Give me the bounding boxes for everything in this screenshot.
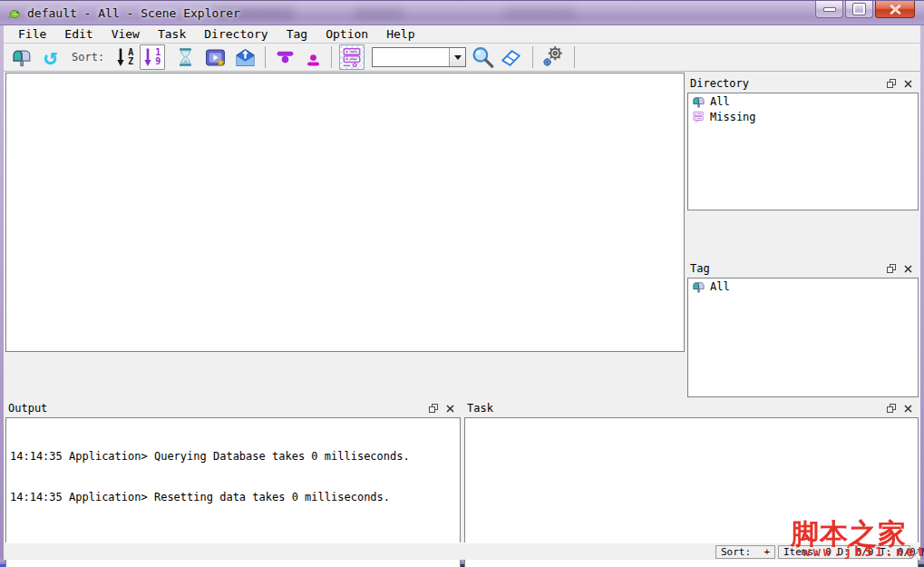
directory-item-all[interactable]: All: [688, 93, 918, 109]
minimize-icon: [823, 7, 836, 12]
task-panel-title: Task: [464, 402, 884, 415]
status-sort-box: Sort: +: [715, 545, 775, 559]
toolbar-separator: [331, 46, 332, 68]
search-icon[interactable]: [471, 45, 495, 70]
video-star-icon[interactable]: [205, 47, 226, 68]
directory-item-label: All: [710, 95, 730, 108]
close-panel-button[interactable]: [901, 262, 915, 275]
sort-19-button[interactable]: 1 9: [140, 44, 165, 70]
window-title: default - All - Scene Explorer: [27, 6, 240, 20]
log-line: 14:14:35 Application> Resetting data tak…: [10, 491, 456, 504]
watermark-url: www.jb51.net: [802, 544, 924, 559]
main-list-view[interactable]: [5, 73, 685, 352]
directory-panel-header: Directory: [687, 74, 919, 93]
tag-panel-list: All: [687, 278, 919, 397]
directory-panel-title: Directory: [687, 77, 884, 90]
batch-settings-icon: [341, 46, 363, 68]
mailbox-icon: [692, 95, 705, 108]
sort-label: Sort:: [72, 51, 104, 64]
scene-explorer-window: default - All - Scene Explorer: [0, 0, 924, 567]
app-icon: [7, 6, 22, 21]
chevron-down-icon: [454, 55, 462, 60]
close-button[interactable]: [875, 1, 915, 18]
title-bar[interactable]: default - All - Scene Explorer: [0, 0, 924, 25]
menu-tag[interactable]: Tag: [277, 27, 316, 41]
sort-19-digit-bottom: 9: [155, 57, 160, 66]
log-line: 14:14:35 Application> Querying Database …: [10, 450, 456, 464]
mailbox-icon[interactable]: [11, 47, 33, 67]
close-panel-button[interactable]: [901, 77, 915, 90]
toolbar: ↺ Sort: A Z 1: [4, 44, 920, 72]
filter-combobox[interactable]: [372, 47, 466, 67]
menu-edit[interactable]: Edit: [55, 27, 102, 41]
status-bar: Sort: + Items: 0 D: 0/0 T: 0/0 M: 0/0: [4, 543, 920, 560]
window-border-right: [920, 25, 924, 564]
close-panel-button[interactable]: [901, 402, 915, 415]
sort-az-letter-bottom: Z: [128, 57, 133, 66]
combo-dropdown-button[interactable]: [449, 48, 465, 66]
menu-task[interactable]: Task: [149, 27, 195, 41]
sort-az-icon[interactable]: A Z: [117, 47, 133, 67]
menu-bar: File Edit View Task Directory Tag Option…: [4, 25, 920, 44]
status-sort-label: Sort:: [721, 546, 751, 558]
pin-top-icon[interactable]: [275, 49, 296, 65]
toolbar-separator: [265, 46, 266, 68]
status-sort-value: +: [764, 546, 770, 558]
float-panel-button[interactable]: [884, 262, 898, 275]
tag-panel-header: Tag: [687, 259, 919, 278]
hourglass-icon[interactable]: [178, 47, 193, 67]
settings-gears-icon[interactable]: [540, 44, 565, 70]
output-panel-header: Output: [5, 399, 461, 417]
mailbox-icon: [692, 280, 705, 293]
maximize-icon: [853, 4, 865, 15]
float-panel-button[interactable]: [884, 402, 898, 415]
close-icon: [890, 5, 901, 15]
maximize-button[interactable]: [845, 1, 873, 18]
output-panel-title: Output: [5, 402, 426, 415]
menu-file[interactable]: File: [9, 27, 55, 41]
titlebar-glass-artifact: [354, 7, 404, 19]
eraser-icon[interactable]: [499, 45, 523, 70]
batch-settings-button[interactable]: [339, 44, 365, 70]
close-icon: [903, 79, 913, 89]
toolbar-separator: [532, 46, 533, 68]
filter-combobox-value: [373, 48, 449, 66]
menu-view[interactable]: View: [102, 27, 149, 41]
close-icon: [903, 264, 913, 274]
titlebar-glass-artifact: [503, 7, 576, 19]
minimize-button[interactable]: [815, 1, 843, 18]
directory-panel-list: All: [687, 93, 919, 210]
server-missing-icon: [692, 111, 705, 123]
menu-option[interactable]: Option: [316, 27, 377, 41]
directory-item-missing[interactable]: Missing: [688, 109, 918, 124]
tag-item-all[interactable]: All: [688, 279, 918, 294]
tag-panel-title: Tag: [687, 262, 884, 275]
pin-bottom-icon[interactable]: [305, 54, 322, 67]
directory-item-label: Missing: [710, 111, 756, 123]
menu-directory[interactable]: Directory: [195, 27, 277, 41]
close-panel-button[interactable]: [443, 402, 457, 415]
refresh-icon[interactable]: ↺: [44, 47, 57, 67]
client-area: Directory: [4, 72, 920, 543]
task-panel-header: Task: [464, 399, 919, 417]
tag-item-label: All: [710, 280, 730, 293]
float-panel-button[interactable]: [884, 77, 898, 90]
sort-19-icon: 1 9: [144, 47, 160, 67]
toolbar-separator: [574, 46, 575, 68]
menu-help[interactable]: Help: [377, 27, 423, 41]
close-icon: [903, 404, 913, 414]
float-panel-button[interactable]: [426, 402, 440, 415]
mail-upload-icon[interactable]: [235, 47, 256, 68]
close-icon: [445, 404, 455, 414]
